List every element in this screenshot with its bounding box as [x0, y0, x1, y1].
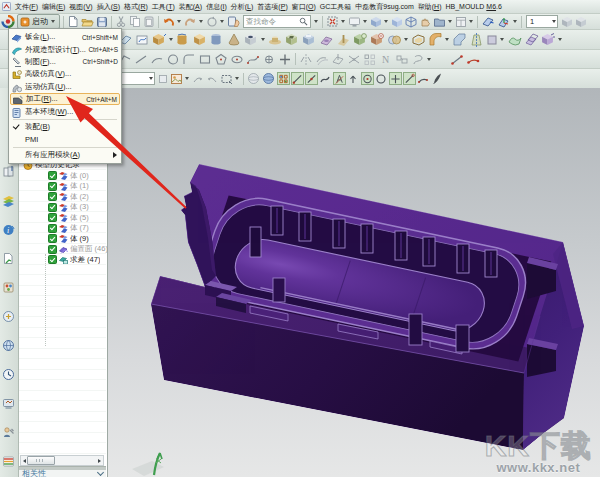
save-button[interactable] — [96, 15, 108, 29]
snap-snapcurve[interactable] — [319, 72, 332, 85]
menu-item-3[interactable]: 插入(S) — [95, 0, 122, 13]
start-menu-item-11[interactable]: 所有应用模块(A) — [10, 149, 120, 161]
menu-item-5[interactable]: 工具(T) — [150, 0, 177, 13]
copy-button[interactable] — [129, 15, 141, 29]
snap-snapline[interactable] — [291, 72, 304, 85]
shaded-view-button[interactable] — [391, 15, 403, 29]
pan-button[interactable] — [419, 15, 431, 29]
window-grid-button[interactable] — [455, 15, 467, 29]
curve-cline[interactable] — [134, 52, 148, 66]
tree-checkbox-checked[interactable] — [48, 192, 57, 201]
repeat-command-button[interactable] — [206, 15, 218, 29]
feature-blend[interactable] — [428, 33, 443, 47]
feature-shell[interactable] — [411, 33, 426, 47]
dropdown-arrow-icon[interactable] — [384, 20, 388, 23]
curve-cplus[interactable] — [278, 52, 292, 66]
feature-sketch[interactable] — [135, 33, 150, 47]
undo-button[interactable] — [162, 15, 175, 29]
resource-tab-roles[interactable] — [2, 454, 15, 467]
start-menu-item-2[interactable]: 制图(F)...Ctrl+Shift+D — [10, 56, 120, 68]
menu-item-4[interactable]: 格式(R) — [122, 0, 150, 13]
start-menu-button[interactable]: 启动 — [17, 14, 60, 29]
snap-small[interactable] — [158, 72, 168, 86]
snap-selrect[interactable] — [220, 72, 233, 86]
resource-tab-history[interactable] — [2, 367, 15, 380]
snap-snapplus[interactable] — [389, 72, 402, 85]
scroll-left-arrow[interactable] — [23, 459, 26, 463]
redo-button[interactable] — [184, 15, 197, 29]
dropdown-arrow-icon[interactable] — [404, 38, 408, 41]
snap-snapline2[interactable] — [305, 72, 318, 85]
feature-offsetf[interactable] — [524, 33, 539, 47]
dropdown-arrow-icon[interactable] — [448, 20, 452, 23]
dropdown-arrow-icon[interactable] — [445, 38, 449, 41]
start-menu-item-5[interactable]: 加工(R)...Ctrl+Alt+M — [10, 93, 120, 105]
curve-cpattern[interactable] — [363, 52, 377, 66]
feature-emboss[interactable] — [319, 33, 334, 47]
menu-item-9[interactable]: 首选项(P) — [255, 0, 289, 13]
nx-logo[interactable] — [1, 15, 15, 29]
feature-block[interactable] — [193, 33, 208, 47]
wireframe-view-button[interactable] — [405, 15, 417, 29]
search-dropdown-arrow[interactable] — [314, 20, 318, 23]
resource-tab-web-browser[interactable] — [2, 338, 15, 351]
touch-mode-button[interactable] — [227, 15, 240, 29]
feature-boss[interactable] — [268, 33, 283, 47]
feature-rib[interactable] — [336, 33, 351, 47]
snap-snaparc[interactable] — [417, 72, 430, 85]
feature-draft[interactable] — [469, 33, 484, 47]
open-file-button[interactable] — [81, 15, 94, 29]
snap-arrc1[interactable] — [192, 72, 204, 86]
resource-tab-part-navigator[interactable] — [2, 251, 15, 264]
fit-view-button[interactable] — [326, 15, 339, 29]
curve-carc[interactable] — [150, 52, 164, 66]
snap-snaparrow[interactable] — [347, 72, 360, 85]
scroll-right-arrow[interactable] — [98, 459, 101, 463]
snap-snapcenter[interactable] — [361, 72, 374, 85]
feature-cone[interactable] — [227, 33, 242, 47]
dropdown-arrow-icon[interactable] — [500, 38, 504, 41]
command-finder-input[interactable]: 查找命令 — [243, 15, 311, 28]
snap-snapapt[interactable] — [333, 72, 346, 85]
selection-scope-combo[interactable] — [119, 72, 155, 85]
resource-tab-hd3d-tools[interactable] — [2, 309, 15, 322]
dropdown-arrow-icon[interactable] — [169, 38, 173, 41]
feature-patch[interactable] — [507, 33, 522, 47]
start-menu-item-8[interactable]: 装配(B) — [10, 121, 120, 133]
menu-item-1[interactable]: 编辑(E) — [40, 0, 67, 13]
layer-settings-button[interactable] — [575, 15, 587, 29]
curve-cspline[interactable] — [246, 52, 260, 66]
feature-revolve[interactable] — [176, 33, 191, 47]
curve-cmirror[interactable] — [299, 52, 313, 66]
horizontal-scrollbar[interactable] — [20, 455, 104, 466]
dropdown-arrow-icon[interactable] — [341, 20, 345, 23]
resource-tab-assembly-navigator[interactable] — [2, 193, 15, 206]
feature-intersect[interactable] — [387, 33, 402, 47]
datum-csys-button[interactable] — [497, 15, 511, 29]
cut-button[interactable] — [115, 15, 127, 29]
start-menu-item-9[interactable]: PMI — [10, 133, 120, 145]
curve-cintersect[interactable] — [347, 52, 361, 66]
snap-snapgrid[interactable] — [277, 72, 290, 85]
snap-arrc2[interactable] — [206, 72, 218, 86]
menu-item-11[interactable]: GC工具箱 — [318, 0, 354, 13]
curve-arcred[interactable] — [466, 52, 480, 66]
curve-ctext[interactable]: N — [379, 52, 393, 66]
start-menu-item-6[interactable]: 基本环境(W)... — [10, 105, 120, 117]
start-menu-item-0[interactable]: 钣金(L)...Ctrl+Shift+M — [10, 31, 120, 43]
curve-cpoint[interactable] — [262, 52, 276, 66]
feature-unite[interactable] — [353, 33, 368, 47]
tree-checkbox-checked[interactable] — [48, 245, 57, 254]
dropdown-arrow-icon[interactable] — [235, 77, 239, 80]
rendering-style-button[interactable] — [370, 15, 382, 29]
feature-scalef[interactable] — [541, 33, 556, 47]
curve-cpolygon[interactable] — [214, 52, 228, 66]
snap-snapslash[interactable] — [403, 72, 416, 85]
dropdown-arrow-icon[interactable] — [513, 20, 517, 23]
mold-model-3d[interactable] — [108, 88, 600, 477]
dropdown-arrow-icon[interactable] — [177, 20, 181, 23]
snap-snapring[interactable] — [375, 72, 388, 85]
layout-button[interactable] — [433, 15, 446, 29]
dropdown-arrow-icon[interactable] — [427, 58, 431, 61]
feature-pad[interactable] — [302, 33, 317, 47]
